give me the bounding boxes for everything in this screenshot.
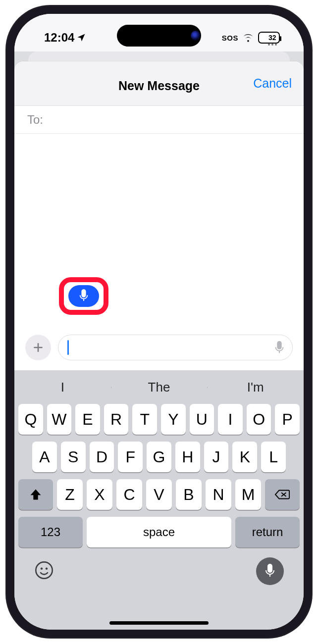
key-n[interactable]: N xyxy=(206,479,231,510)
emoji-icon xyxy=(34,560,54,580)
wifi-icon xyxy=(242,33,254,43)
status-right: SOS 32 xyxy=(222,32,280,44)
key-y[interactable]: Y xyxy=(161,404,186,435)
message-input[interactable] xyxy=(58,335,293,360)
suggestion-2[interactable]: The xyxy=(111,380,208,395)
suggestion-bar: I The I'm xyxy=(14,370,304,404)
input-microphone-icon[interactable] xyxy=(273,341,285,357)
status-dots xyxy=(268,44,277,46)
svg-point-0 xyxy=(36,562,52,578)
sheet-behind xyxy=(28,51,290,61)
key-e[interactable]: E xyxy=(75,404,100,435)
svg-point-2 xyxy=(46,568,48,570)
shift-icon xyxy=(29,488,43,501)
new-message-sheet: New Message Cancel To: xyxy=(14,61,304,370)
status-left: 12:04 xyxy=(44,31,86,45)
nav-bar: New Message Cancel xyxy=(14,61,304,106)
key-rows: Q W E R T Y U I O P A S D F G H xyxy=(14,404,304,547)
svg-point-1 xyxy=(41,568,43,570)
key-row-3: Z X C V B N M xyxy=(18,479,300,510)
key-o[interactable]: O xyxy=(247,404,271,435)
space-key[interactable]: space xyxy=(87,517,231,547)
suggestion-1[interactable]: I xyxy=(14,380,111,395)
screen: 12:04 SOS 32 New Message xyxy=(14,14,304,630)
microphone-icon xyxy=(264,564,276,579)
suggestion-3[interactable]: I'm xyxy=(207,380,304,395)
key-row-2: A S D F G H J K L xyxy=(18,442,300,472)
emoji-button[interactable] xyxy=(34,560,54,582)
key-q[interactable]: Q xyxy=(18,404,43,435)
key-d[interactable]: D xyxy=(90,442,114,472)
phone-frame: 12:04 SOS 32 New Message xyxy=(5,5,313,639)
key-j[interactable]: J xyxy=(204,442,229,472)
key-u[interactable]: U xyxy=(190,404,214,435)
key-f[interactable]: F xyxy=(118,442,143,472)
to-label: To: xyxy=(27,113,43,127)
annotation-highlight xyxy=(59,277,108,315)
key-h[interactable]: H xyxy=(175,442,200,472)
home-indicator[interactable] xyxy=(109,621,209,625)
dictation-pill[interactable] xyxy=(68,285,99,307)
key-s[interactable]: S xyxy=(61,442,86,472)
key-g[interactable]: G xyxy=(147,442,171,472)
key-p[interactable]: P xyxy=(275,404,300,435)
return-key[interactable]: return xyxy=(235,517,300,547)
battery-icon: 32 xyxy=(258,32,280,44)
keyboard-dictation-button[interactable] xyxy=(256,557,284,585)
key-w[interactable]: W xyxy=(47,404,72,435)
key-a[interactable]: A xyxy=(32,442,57,472)
delete-key[interactable] xyxy=(265,479,300,510)
key-x[interactable]: X xyxy=(87,479,112,510)
location-icon xyxy=(76,33,86,43)
key-row-1: Q W E R T Y U I O P xyxy=(18,404,300,435)
delete-icon xyxy=(274,489,290,500)
numbers-key[interactable]: 123 xyxy=(18,517,83,547)
nav-title: New Message xyxy=(118,79,200,93)
microphone-icon xyxy=(78,289,89,303)
key-t[interactable]: T xyxy=(132,404,157,435)
compose-row xyxy=(14,335,304,370)
key-z[interactable]: Z xyxy=(57,479,83,510)
sos-label: SOS xyxy=(222,34,238,42)
status-time: 12:04 xyxy=(44,31,74,45)
key-m[interactable]: M xyxy=(235,479,261,510)
battery-percent: 32 xyxy=(268,34,276,42)
front-camera xyxy=(191,31,201,41)
cancel-button[interactable]: Cancel xyxy=(253,76,292,91)
shift-key[interactable] xyxy=(18,479,53,510)
add-button[interactable] xyxy=(25,335,51,360)
conversation-area xyxy=(14,134,304,335)
key-l[interactable]: L xyxy=(261,442,286,472)
plus-icon xyxy=(32,341,45,354)
key-c[interactable]: C xyxy=(116,479,142,510)
key-v[interactable]: V xyxy=(146,479,172,510)
key-i[interactable]: I xyxy=(218,404,243,435)
key-r[interactable]: R xyxy=(104,404,129,435)
to-field[interactable]: To: xyxy=(14,106,304,134)
dynamic-island xyxy=(117,25,201,47)
key-b[interactable]: B xyxy=(176,479,202,510)
text-cursor xyxy=(67,340,69,355)
keyboard: I The I'm Q W E R T Y U I O P A xyxy=(14,370,304,630)
key-k[interactable]: K xyxy=(232,442,257,472)
keyboard-bottom-row xyxy=(14,547,304,585)
key-row-4: 123 space return xyxy=(18,517,300,547)
